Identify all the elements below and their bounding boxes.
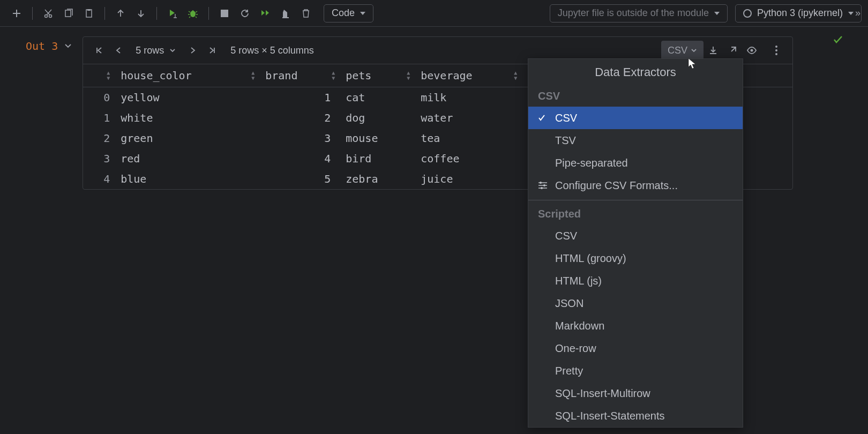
move-up-button[interactable] bbox=[110, 3, 131, 24]
kernel-label: Python 3 (ipykernel) bbox=[757, 8, 843, 19]
paste-button[interactable] bbox=[79, 3, 99, 24]
cell-beverage: tea bbox=[415, 132, 522, 145]
column-header-house-color[interactable]: house_color▲▼ bbox=[115, 64, 260, 87]
expand-icon[interactable]: » bbox=[855, 8, 860, 19]
popup-item-label: JSON bbox=[555, 297, 583, 310]
popup-section-header: Scripted bbox=[528, 204, 743, 225]
separator bbox=[208, 7, 209, 20]
svg-point-7 bbox=[751, 49, 753, 52]
cell-pets: dog bbox=[340, 111, 415, 124]
delete-button[interactable] bbox=[296, 3, 316, 24]
run-cell-button[interactable] bbox=[162, 3, 183, 24]
last-page-button[interactable] bbox=[203, 41, 222, 60]
export-format-dropdown[interactable]: CSV bbox=[661, 41, 704, 60]
svg-point-12 bbox=[543, 184, 545, 186]
popup-item[interactable]: CSV bbox=[528, 107, 743, 129]
rows-dropdown[interactable]: 5 rows bbox=[128, 45, 183, 56]
cell-status-icon bbox=[833, 34, 843, 45]
chevron-down-icon bbox=[714, 12, 720, 15]
column-header-brand[interactable]: brand▲▼ bbox=[260, 64, 340, 87]
next-page-button[interactable] bbox=[183, 41, 203, 60]
move-down-button[interactable] bbox=[131, 3, 151, 24]
popup-item[interactable]: TSV bbox=[528, 129, 743, 152]
cell-pets: bird bbox=[340, 152, 415, 165]
svg-point-9 bbox=[775, 49, 777, 51]
output-label: Out 3 bbox=[0, 36, 72, 190]
popup-item-label: SQL-Insert-Multirow bbox=[555, 387, 650, 400]
cell-type-dropdown[interactable]: Code bbox=[324, 4, 373, 23]
popup-item-label: One-row bbox=[555, 342, 596, 355]
popup-item[interactable]: JSON bbox=[528, 292, 743, 315]
svg-rect-4 bbox=[87, 9, 91, 11]
cell-brand: 2 bbox=[260, 111, 340, 124]
separator bbox=[104, 7, 105, 20]
debug-button[interactable] bbox=[183, 3, 203, 24]
mouse-cursor bbox=[688, 58, 698, 70]
popup-title: Data Extractors bbox=[528, 59, 743, 86]
chevron-down-icon bbox=[848, 12, 854, 15]
checkmark-slot bbox=[538, 114, 548, 122]
jupyter-warning-dropdown[interactable]: Jupyter file is outside of the module bbox=[550, 4, 728, 23]
popup-item[interactable]: Markdown bbox=[528, 315, 743, 337]
cell-house-color: red bbox=[115, 152, 260, 165]
open-new-button[interactable] bbox=[723, 41, 742, 60]
popup-item[interactable]: Configure CSV Formats... bbox=[528, 174, 743, 197]
svg-point-13 bbox=[541, 187, 543, 189]
add-cell-button[interactable] bbox=[6, 3, 27, 24]
column-header-beverage[interactable]: beverage▲▼ bbox=[415, 64, 522, 87]
dims-label: 5 rows × 5 columns bbox=[222, 45, 323, 56]
cell-house-color: yellow bbox=[115, 91, 260, 104]
prev-page-button[interactable] bbox=[109, 41, 128, 60]
download-button[interactable] bbox=[704, 41, 723, 60]
svg-rect-6 bbox=[221, 10, 228, 17]
column-header-index[interactable]: ▲▼ bbox=[83, 64, 115, 87]
popup-item[interactable]: HTML (groovy) bbox=[528, 247, 743, 270]
popup-item[interactable]: CSV bbox=[528, 225, 743, 247]
cell-house-color: green bbox=[115, 132, 260, 145]
popup-item-label: Pipe-separated bbox=[555, 157, 628, 169]
cell-index: 2 bbox=[83, 132, 115, 145]
more-button[interactable] bbox=[767, 41, 786, 60]
popup-item-label: CSV bbox=[555, 230, 577, 242]
export-format-label: CSV bbox=[668, 45, 687, 56]
popup-item[interactable]: Pipe-separated bbox=[528, 152, 743, 174]
data-extractors-popup: Data Extractors CSVCSVTSVPipe-separatedC… bbox=[528, 58, 743, 428]
popup-item[interactable]: SQL-Insert-Multirow bbox=[528, 382, 743, 405]
cell-pets: mouse bbox=[340, 132, 415, 145]
cell-type-label: Code bbox=[332, 8, 355, 19]
popup-section-header: CSV bbox=[528, 86, 743, 107]
kernel-dropdown[interactable]: Python 3 (ipykernel) bbox=[735, 4, 862, 23]
view-button[interactable] bbox=[742, 41, 761, 60]
cell-pets: cat bbox=[340, 91, 415, 104]
separator bbox=[32, 7, 33, 20]
svg-point-5 bbox=[190, 11, 196, 17]
cell-index: 4 bbox=[83, 173, 115, 185]
copy-button[interactable] bbox=[58, 3, 79, 24]
cell-house-color: blue bbox=[115, 173, 260, 185]
first-page-button[interactable] bbox=[89, 41, 109, 60]
jupyter-warning-label: Jupyter file is outside of the module bbox=[558, 8, 709, 19]
popup-item-label: Configure CSV Formats... bbox=[555, 179, 678, 192]
run-all-button[interactable] bbox=[255, 3, 275, 24]
cell-beverage: juice bbox=[415, 173, 522, 185]
svg-point-10 bbox=[775, 53, 777, 55]
chevron-down-icon bbox=[360, 12, 365, 15]
popup-item[interactable]: SQL-Insert-Statements bbox=[528, 405, 743, 427]
cut-button[interactable] bbox=[38, 3, 58, 24]
separator bbox=[156, 7, 157, 20]
popup-item[interactable]: Pretty bbox=[528, 360, 743, 382]
stop-button[interactable] bbox=[214, 3, 235, 24]
popup-item[interactable]: One-row bbox=[528, 337, 743, 360]
restart-button[interactable] bbox=[235, 3, 255, 24]
cell-beverage: water bbox=[415, 111, 522, 124]
cell-index: 3 bbox=[83, 152, 115, 165]
cell-beverage: coffee bbox=[415, 152, 522, 165]
cell-brand: 4 bbox=[260, 152, 340, 165]
rows-label: 5 rows bbox=[136, 45, 164, 56]
column-header-pets[interactable]: pets▲▼ bbox=[340, 64, 415, 87]
popup-item-label: Pretty bbox=[555, 365, 583, 377]
popup-item[interactable]: HTML (js) bbox=[528, 270, 743, 292]
cell-house-color: white bbox=[115, 111, 260, 124]
clear-outputs-button[interactable] bbox=[275, 3, 296, 24]
separator bbox=[528, 200, 743, 200]
